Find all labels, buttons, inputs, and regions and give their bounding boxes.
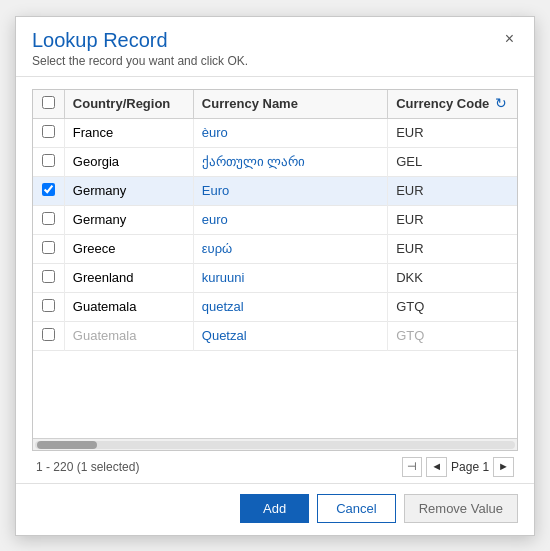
table-row[interactable]: GermanyeuroEUR bbox=[33, 205, 517, 234]
row-checkbox[interactable] bbox=[42, 154, 55, 167]
row-country: Germany bbox=[64, 205, 193, 234]
pagination-controls: ⊣ ◄ Page 1 ► bbox=[402, 457, 514, 476]
cancel-button[interactable]: Cancel bbox=[317, 494, 395, 523]
row-checkbox[interactable] bbox=[42, 241, 55, 254]
row-country: Guatemala bbox=[64, 292, 193, 321]
remove-value-button[interactable]: Remove Value bbox=[404, 494, 518, 523]
row-country: Germany bbox=[64, 176, 193, 205]
table-row[interactable]: GuatemalaquetzalGTQ bbox=[33, 292, 517, 321]
dialog-status: 1 - 220 (1 selected) ⊣ ◄ Page 1 ► bbox=[32, 451, 518, 482]
row-currency-name[interactable]: Euro bbox=[193, 176, 387, 205]
row-currency-name[interactable]: kuruuni bbox=[193, 263, 387, 292]
currency-name-link[interactable]: Euro bbox=[202, 183, 229, 198]
table-row[interactable]: GermanyEuroEUR bbox=[33, 176, 517, 205]
row-checkbox-cell[interactable] bbox=[33, 234, 64, 263]
row-currency-code: EUR bbox=[388, 234, 517, 263]
row-currency-name[interactable]: euro bbox=[193, 205, 387, 234]
add-button[interactable]: Add bbox=[240, 494, 309, 523]
currency-name-link[interactable]: ευρώ bbox=[202, 241, 232, 256]
table-row[interactable]: Georgiaქართული ლარიGEL bbox=[33, 147, 517, 176]
status-range: 1 - 220 (1 selected) bbox=[36, 460, 139, 474]
table-row[interactable]: GuatemalaQuetzalGTQ bbox=[33, 321, 517, 350]
scrollbar-track bbox=[35, 441, 515, 449]
row-currency-name[interactable]: ქართული ლარი bbox=[193, 147, 387, 176]
row-currency-code: GTQ bbox=[388, 321, 517, 350]
column-header-currency-name: Currency Name bbox=[193, 90, 387, 119]
currency-name-link[interactable]: èuro bbox=[202, 125, 228, 140]
column-header-country: Country/Region bbox=[64, 90, 193, 119]
row-checkbox[interactable] bbox=[42, 212, 55, 225]
table-row[interactable]: FranceèuroEUR bbox=[33, 118, 517, 147]
row-checkbox-cell[interactable] bbox=[33, 147, 64, 176]
dialog-subtitle: Select the record you want and click OK. bbox=[32, 54, 493, 68]
horizontal-scrollbar[interactable] bbox=[33, 438, 517, 450]
scrollbar-thumb[interactable] bbox=[37, 441, 97, 449]
currency-name-link[interactable]: ქართული ლარი bbox=[202, 154, 306, 169]
currency-name-link[interactable]: kuruuni bbox=[202, 270, 245, 285]
lookup-record-dialog: Lookup Record Select the record you want… bbox=[15, 16, 535, 536]
row-currency-name[interactable]: Quetzal bbox=[193, 321, 387, 350]
row-checkbox-cell[interactable] bbox=[33, 176, 64, 205]
table-row[interactable]: GreenlandkuruuniDKK bbox=[33, 263, 517, 292]
row-checkbox-cell[interactable] bbox=[33, 118, 64, 147]
row-country: Greenland bbox=[64, 263, 193, 292]
table-body: FranceèuroEURGeorgiaქართული ლარიGELGerma… bbox=[33, 118, 517, 350]
row-country: Georgia bbox=[64, 147, 193, 176]
select-all-checkbox[interactable] bbox=[42, 96, 55, 109]
row-checkbox[interactable] bbox=[42, 270, 55, 283]
table-row[interactable]: GreeceευρώEUR bbox=[33, 234, 517, 263]
close-button[interactable]: × bbox=[501, 29, 518, 49]
row-currency-name[interactable]: èuro bbox=[193, 118, 387, 147]
dialog-footer: Add Cancel Remove Value bbox=[16, 483, 534, 535]
column-header-currency-code: Currency Code ↻ bbox=[388, 90, 517, 119]
dialog-body: Country/Region Currency Name Currency Co… bbox=[16, 77, 534, 483]
row-checkbox-cell[interactable] bbox=[33, 292, 64, 321]
row-currency-name[interactable]: ευρώ bbox=[193, 234, 387, 263]
row-currency-name[interactable]: quetzal bbox=[193, 292, 387, 321]
next-page-button[interactable]: ► bbox=[493, 457, 514, 476]
row-checkbox[interactable] bbox=[42, 183, 55, 196]
row-currency-code: EUR bbox=[388, 118, 517, 147]
row-currency-code: DKK bbox=[388, 263, 517, 292]
dialog-header: Lookup Record Select the record you want… bbox=[16, 17, 534, 77]
currency-name-link[interactable]: Quetzal bbox=[202, 328, 247, 343]
currency-name-link[interactable]: euro bbox=[202, 212, 228, 227]
row-currency-code: EUR bbox=[388, 205, 517, 234]
first-page-button[interactable]: ⊣ bbox=[402, 457, 422, 476]
prev-page-button[interactable]: ◄ bbox=[426, 457, 447, 476]
dialog-title-area: Lookup Record Select the record you want… bbox=[32, 29, 493, 68]
row-currency-code: EUR bbox=[388, 176, 517, 205]
row-country: Greece bbox=[64, 234, 193, 263]
dialog-title: Lookup Record bbox=[32, 29, 493, 52]
table-scroll[interactable]: Country/Region Currency Name Currency Co… bbox=[33, 90, 517, 439]
table-wrapper: Country/Region Currency Name Currency Co… bbox=[32, 89, 518, 452]
row-checkbox-cell[interactable] bbox=[33, 263, 64, 292]
row-checkbox[interactable] bbox=[42, 328, 55, 341]
row-country: Guatemala bbox=[64, 321, 193, 350]
table-header-row: Country/Region Currency Name Currency Co… bbox=[33, 90, 517, 119]
select-all-checkbox-header[interactable] bbox=[33, 90, 64, 119]
data-table: Country/Region Currency Name Currency Co… bbox=[33, 90, 517, 351]
page-label: Page 1 bbox=[451, 460, 489, 474]
currency-name-link[interactable]: quetzal bbox=[202, 299, 244, 314]
row-checkbox[interactable] bbox=[42, 125, 55, 138]
row-checkbox-cell[interactable] bbox=[33, 205, 64, 234]
row-currency-code: GTQ bbox=[388, 292, 517, 321]
row-checkbox-cell[interactable] bbox=[33, 321, 64, 350]
refresh-button[interactable]: ↻ bbox=[493, 96, 509, 110]
row-checkbox[interactable] bbox=[42, 299, 55, 312]
row-country: France bbox=[64, 118, 193, 147]
row-currency-code: GEL bbox=[388, 147, 517, 176]
